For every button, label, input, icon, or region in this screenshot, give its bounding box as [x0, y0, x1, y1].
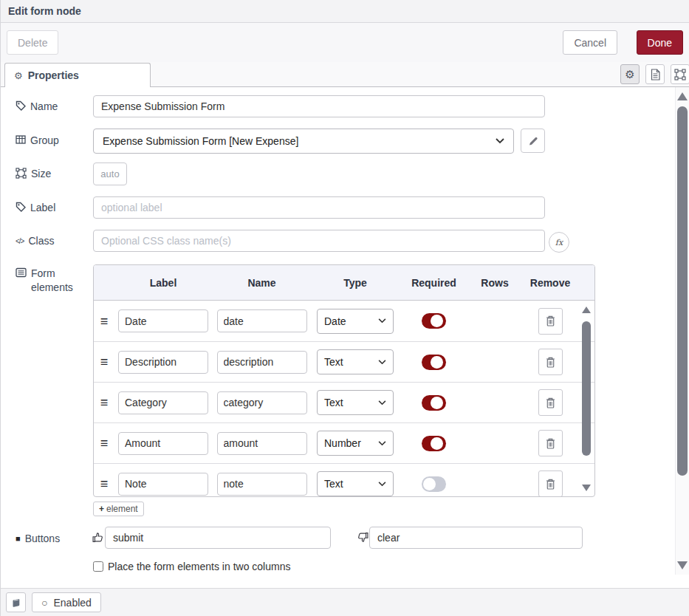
toggle-knob: [423, 478, 436, 490]
element-name-input[interactable]: [217, 391, 307, 414]
drag-handle-icon[interactable]: ≡: [100, 477, 109, 490]
panel-scrollbar: [675, 87, 689, 575]
element-type-select[interactable]: Text: [317, 390, 394, 415]
submit-button-label-input[interactable]: [105, 527, 331, 549]
element-type-select[interactable]: Text: [317, 349, 394, 374]
element-label-input[interactable]: [118, 309, 208, 332]
form-elements-table: Label Name Type Required Rows Remove ≡ D…: [93, 264, 595, 497]
square-icon: ■: [16, 533, 21, 544]
delete-button[interactable]: Delete: [7, 30, 58, 55]
expression-fx-button[interactable]: fx: [549, 232, 569, 253]
trash-icon: [546, 397, 555, 408]
remove-element-button[interactable]: [538, 389, 563, 416]
group-select[interactable]: Expense Submission Form [New Expense]: [93, 129, 514, 154]
properties-panel: Name Group Expense Submission Form [New …: [1, 87, 689, 588]
element-label-input[interactable]: [118, 391, 208, 414]
element-label-input[interactable]: [118, 432, 208, 455]
remove-element-button[interactable]: [538, 470, 563, 497]
table-row: ≡ Date: [94, 301, 594, 341]
scroll-up-arrow[interactable]: [582, 307, 591, 313]
dialog-title: Edit form node: [1, 0, 689, 22]
properties-icon-button[interactable]: ⚙: [620, 64, 640, 84]
required-toggle[interactable]: [422, 436, 446, 451]
element-type-select[interactable]: Number: [317, 431, 394, 456]
element-name-input[interactable]: [217, 351, 307, 374]
column-header-label: Label: [114, 277, 212, 289]
table-row: ≡ Text: [94, 463, 594, 497]
table-row: ≡ Text: [94, 382, 594, 422]
scroll-up-arrow[interactable]: [677, 92, 688, 100]
drag-handle-icon[interactable]: ≡: [100, 315, 109, 328]
name-input[interactable]: [93, 95, 545, 117]
tag-icon: [16, 100, 26, 111]
trash-icon: [546, 438, 555, 449]
element-type-select[interactable]: Date: [317, 309, 394, 334]
enabled-toggle-button[interactable]: ○ Enabled: [32, 592, 101, 612]
scroll-down-arrow[interactable]: [677, 561, 688, 569]
two-columns-checkbox[interactable]: [93, 561, 103, 572]
node-help-button[interactable]: [6, 592, 26, 612]
two-columns-option: Place the form elements in two columns: [93, 561, 290, 572]
circle-icon: ○: [41, 598, 47, 608]
cancel-button[interactable]: Cancel: [563, 30, 617, 55]
scrollbar-thumb[interactable]: [582, 321, 591, 456]
column-header-rows: Rows: [469, 277, 521, 289]
element-type-select[interactable]: Text: [317, 471, 394, 496]
name-label: Name: [16, 100, 86, 114]
document-icon: [651, 69, 660, 81]
table-row: ≡ Number: [94, 422, 594, 463]
table-row: ≡ Text: [94, 341, 594, 382]
element-name-input[interactable]: [217, 432, 307, 455]
appearance-icon-button[interactable]: [671, 64, 689, 84]
scrollbar-thumb[interactable]: [677, 106, 688, 476]
remove-element-button[interactable]: [538, 430, 563, 456]
element-name-input[interactable]: [217, 473, 307, 496]
toggle-knob: [431, 356, 443, 369]
class-input[interactable]: [93, 230, 545, 252]
book-icon: [11, 598, 21, 608]
trash-icon: [546, 315, 555, 326]
remove-element-button[interactable]: [538, 349, 563, 375]
required-toggle[interactable]: [422, 395, 446, 411]
done-button[interactable]: Done: [637, 30, 683, 55]
element-label-input[interactable]: [118, 473, 208, 496]
remove-element-button[interactable]: [538, 308, 563, 335]
required-toggle[interactable]: [422, 313, 446, 329]
buttons-label: ■ Buttons: [16, 532, 86, 546]
chevron-down-icon: [378, 360, 386, 365]
label-label: Label: [16, 201, 86, 215]
scroll-down-arrow[interactable]: [582, 485, 591, 491]
chevron-down-icon: [378, 482, 386, 487]
clear-button-label-input[interactable]: [369, 527, 583, 549]
edit-group-button[interactable]: [521, 129, 545, 153]
toggle-knob: [431, 437, 443, 450]
tab-bar: ⚙ Properties ⚙: [1, 62, 689, 87]
required-toggle[interactable]: [422, 476, 446, 492]
chevron-down-icon: [378, 400, 386, 405]
drag-handle-icon[interactable]: ≡: [100, 437, 109, 450]
form-elements-rows: ≡ Date: [94, 301, 594, 497]
tab-properties[interactable]: ⚙ Properties: [4, 63, 151, 87]
pencil-icon: [528, 136, 538, 146]
trash-icon: [546, 357, 555, 368]
element-name-input[interactable]: [217, 309, 307, 332]
dialog-header: Edit form node: [1, 0, 689, 23]
required-toggle[interactable]: [422, 355, 446, 370]
size-label: Size: [16, 167, 86, 181]
edit-form-node-dialog: Edit form node Delete Cancel Done ⚙ Prop…: [0, 0, 689, 616]
size-auto-button[interactable]: auto: [93, 162, 127, 185]
chevron-down-icon: [378, 441, 386, 446]
column-header-name: Name: [212, 277, 312, 289]
drag-handle-icon[interactable]: ≡: [100, 396, 109, 409]
enabled-label: Enabled: [53, 597, 91, 609]
dialog-button-bar: Delete Cancel Done: [1, 23, 689, 62]
dialog-footer: ○ Enabled: [1, 588, 689, 616]
description-icon-button[interactable]: [645, 64, 665, 84]
drag-handle-icon[interactable]: ≡: [100, 355, 109, 369]
label-input[interactable]: [93, 196, 545, 219]
column-header-required: Required: [399, 277, 469, 289]
add-element-button[interactable]: + element: [93, 502, 144, 516]
element-label-input[interactable]: [118, 351, 208, 374]
thumbs-down-icon: [357, 532, 369, 543]
plus-icon: +: [99, 504, 104, 514]
